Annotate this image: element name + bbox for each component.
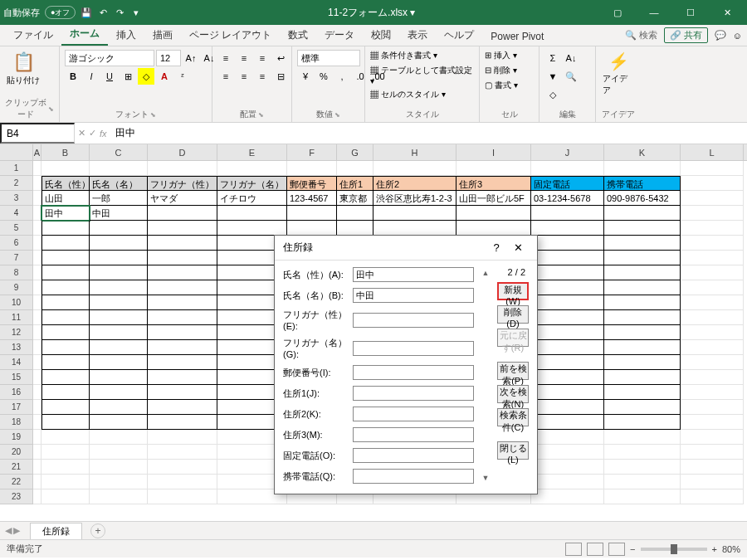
cell[interactable] [681, 251, 744, 265]
cell[interactable] [287, 221, 337, 236]
comma-button[interactable]: , [334, 68, 350, 85]
cell[interactable] [42, 430, 90, 445]
cell[interactable]: 郵便番号 [287, 176, 337, 191]
cell-styles-button[interactable]: ▦ セルのスタイル ▾ [370, 89, 446, 100]
cell[interactable] [90, 280, 148, 295]
col-header[interactable]: H [374, 144, 456, 160]
cell[interactable] [148, 475, 217, 489]
cell[interactable] [604, 265, 681, 280]
cell[interactable] [531, 310, 604, 325]
field-input-addr3[interactable] [353, 427, 474, 442]
cell[interactable] [604, 340, 681, 355]
formula-input[interactable]: 田中 [110, 123, 747, 144]
criteria-button[interactable]: 検索条件(C) [497, 408, 529, 426]
percent-button[interactable]: % [315, 68, 332, 85]
accept-formula-icon[interactable]: ✓ [89, 128, 96, 139]
cell[interactable]: 氏名（性） [42, 176, 90, 191]
row-header[interactable]: 14 [0, 355, 33, 370]
align-left-icon[interactable]: ≡ [217, 68, 234, 85]
cell[interactable] [604, 206, 681, 221]
cell[interactable] [604, 460, 681, 475]
cell[interactable] [604, 221, 681, 236]
fill-color-button[interactable]: ◇ [138, 68, 154, 85]
row-header[interactable]: 10 [0, 295, 33, 310]
close-form-button[interactable]: 閉じる(L) [497, 441, 529, 460]
cell[interactable] [604, 445, 681, 460]
new-record-button[interactable]: 新規(W) [497, 282, 529, 300]
cell[interactable] [90, 460, 148, 475]
cell[interactable]: フリガナ（名） [217, 176, 287, 191]
cell[interactable] [33, 385, 42, 400]
format-cells-button[interactable]: ▢ 書式 ▾ [485, 80, 518, 91]
cell[interactable] [90, 161, 148, 176]
cell[interactable] [90, 370, 148, 385]
minimize-button[interactable]: — [637, 0, 671, 25]
filename[interactable]: 11-2フォーム.xlsx ▾ [142, 6, 601, 20]
cell[interactable] [681, 221, 744, 236]
cell[interactable] [531, 445, 604, 460]
italic-button[interactable]: I [83, 68, 100, 85]
cell[interactable] [148, 251, 217, 265]
font-name-select[interactable] [65, 50, 154, 66]
cell[interactable] [90, 295, 148, 310]
cell[interactable] [90, 430, 148, 445]
row-header[interactable]: 1 [0, 161, 33, 176]
cell[interactable] [90, 385, 148, 400]
fx-icon[interactable]: fx [100, 129, 107, 139]
row-header[interactable]: 2 [0, 176, 33, 191]
cell[interactable] [148, 355, 217, 370]
cell[interactable] [681, 415, 744, 430]
cell[interactable] [33, 206, 42, 221]
cell[interactable] [33, 295, 42, 310]
cell[interactable] [33, 325, 42, 340]
clipboard-launcher[interactable]: ⬊ [48, 105, 54, 113]
cell[interactable] [33, 221, 42, 236]
zoom-slider[interactable] [641, 548, 707, 551]
row-header[interactable]: 20 [0, 445, 33, 460]
cell[interactable] [604, 430, 681, 445]
row-header[interactable]: 23 [0, 489, 33, 504]
cell[interactable]: 123-4567 [287, 191, 337, 206]
cell[interactable]: 固定電話 [531, 176, 604, 191]
tab-home[interactable]: ホーム [61, 23, 108, 46]
cell[interactable] [42, 370, 90, 385]
find-button[interactable]: 🔍 [563, 68, 579, 85]
cell[interactable] [681, 385, 744, 400]
merge-button[interactable]: ⊟ [272, 68, 289, 85]
cell[interactable] [604, 310, 681, 325]
cell[interactable] [42, 280, 90, 295]
field-input-zip[interactable] [353, 365, 474, 380]
find-prev-button[interactable]: 前を検索(P) [497, 362, 529, 380]
cell[interactable] [604, 385, 681, 400]
scroll-up-icon[interactable]: ▲ [481, 267, 491, 279]
find-next-button[interactable]: 次を検索(N) [497, 385, 529, 403]
cell[interactable] [148, 460, 217, 475]
share-button[interactable]: 🔗 共有 [664, 27, 708, 43]
cell[interactable]: 田中 [42, 206, 90, 221]
cell[interactable] [42, 325, 90, 340]
cell[interactable] [42, 489, 90, 504]
row-header[interactable]: 13 [0, 340, 33, 355]
cell[interactable] [604, 370, 681, 385]
select-all-corner[interactable] [0, 144, 33, 160]
cell[interactable]: イチロウ [217, 191, 287, 206]
cell[interactable] [531, 430, 604, 445]
cell[interactable] [148, 415, 217, 430]
cell[interactable] [148, 340, 217, 355]
cell[interactable] [42, 385, 90, 400]
cell[interactable] [90, 310, 148, 325]
name-box[interactable] [0, 123, 75, 144]
cell[interactable] [531, 221, 604, 236]
cell[interactable] [148, 280, 217, 295]
tab-help[interactable]: ヘルプ [436, 25, 482, 46]
cell[interactable] [42, 415, 90, 430]
smiley-icon[interactable]: ☺ [733, 31, 742, 41]
cell[interactable] [604, 400, 681, 415]
cell[interactable] [531, 489, 604, 504]
sheet-nav-next-icon[interactable]: ▶ [13, 525, 20, 536]
sheet-nav-prev-icon[interactable]: ◀ [5, 525, 12, 536]
cell[interactable] [42, 445, 90, 460]
cell[interactable] [33, 236, 42, 251]
cell[interactable]: 氏名（名） [90, 176, 148, 191]
cell[interactable] [681, 400, 744, 415]
